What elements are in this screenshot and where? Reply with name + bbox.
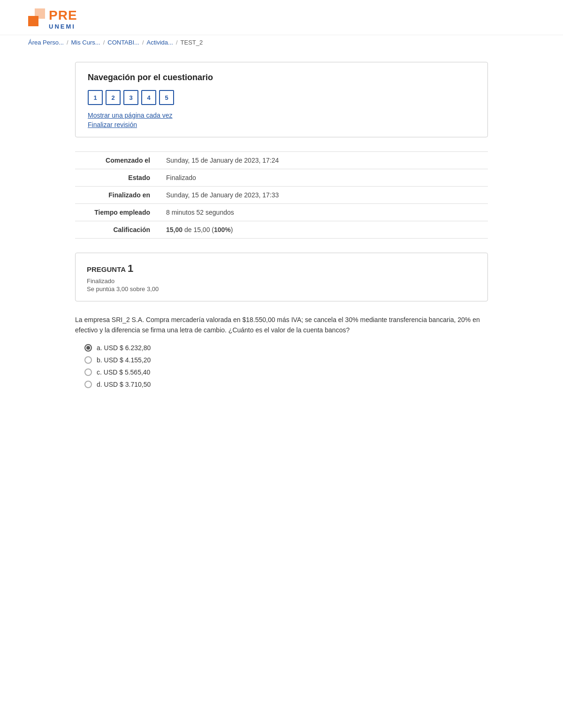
main-content: Navegación por el cuestionario 1 2 3 4 5… (56, 62, 507, 388)
info-row-finished: Finalizado en Sunday, 15 de January de 2… (75, 187, 488, 204)
info-row-grade: Calificación 15,00 de 15,00 (100%) (75, 221, 488, 239)
question-text: La empresa SRI_2 S.A. Compra mercadería … (75, 315, 488, 336)
option-c-label: c. USD $ 5.565,40 (97, 368, 150, 376)
option-b-radio[interactable] (84, 356, 92, 364)
breadcrumb-item-2[interactable]: CONTABI... (107, 39, 139, 46)
grade-of-text: de 15,00 ( (184, 226, 214, 233)
option-a: a. USD $ 6.232,80 (84, 344, 488, 352)
grade-label: Calificación (75, 221, 160, 239)
grade-number: 15,00 (166, 226, 183, 233)
logo: PRE UNEMI (28, 8, 77, 30)
question-number: 1 (128, 263, 133, 274)
svg-rect-1 (35, 8, 45, 19)
question-btn-1[interactable]: 1 (88, 90, 103, 105)
question-score: Se puntúa 3,00 sobre 3,00 (87, 285, 476, 293)
option-d: d. USD $ 3.710,50 (84, 381, 488, 388)
info-row-time: Tiempo empleado 8 minutos 52 segundos (75, 204, 488, 221)
breadcrumb-item-1[interactable]: Mis Curs... (71, 39, 100, 46)
question-btn-4[interactable]: 4 (141, 90, 156, 105)
info-row-started: Comenzado el Sunday, 15 de January de 20… (75, 152, 488, 169)
option-a-radio[interactable] (84, 344, 92, 352)
navigation-box: Navegación por el cuestionario 1 2 3 4 5… (75, 62, 488, 137)
info-row-state: Estado Finalizado (75, 169, 488, 187)
question-label: PREGUNTA (87, 265, 126, 273)
breadcrumb: Área Perso... / Mis Curs... / CONTABI...… (0, 35, 563, 48)
show-one-page-link[interactable]: Mostrar una página cada vez (88, 112, 475, 119)
breadcrumb-item-3[interactable]: Activida... (147, 39, 173, 46)
option-b-label: b. USD $ 4.155,20 (97, 356, 151, 364)
question-btn-3[interactable]: 3 (123, 90, 138, 105)
question-buttons: 1 2 3 4 5 (88, 90, 475, 105)
question-btn-2[interactable]: 2 (106, 90, 121, 105)
option-c-radio[interactable] (84, 368, 92, 376)
nav-links: Mostrar una página cada vez Finalizar re… (88, 112, 475, 128)
options-list: a. USD $ 6.232,80 b. USD $ 4.155,20 c. U… (75, 344, 488, 388)
finish-review-link[interactable]: Finalizar revisión (88, 121, 475, 128)
breadcrumb-item-4: TEST_2 (181, 39, 203, 46)
breadcrumb-sep-1: / (103, 39, 105, 46)
info-table: Comenzado el Sunday, 15 de January de 20… (75, 151, 488, 239)
state-value: Finalizado (160, 169, 488, 187)
state-label: Estado (75, 169, 160, 187)
grade-close: ) (231, 226, 233, 233)
question-status: Finalizado (87, 278, 476, 285)
grade-value: 15,00 de 15,00 (100%) (160, 221, 488, 239)
nav-box-title: Navegación por el cuestionario (88, 73, 475, 83)
finished-value: Sunday, 15 de January de 2023, 17:33 (160, 187, 488, 204)
site-header: PRE UNEMI (0, 0, 563, 35)
grade-pct: 100% (214, 226, 231, 233)
question-btn-5[interactable]: 5 (159, 90, 174, 105)
logo-icon (28, 8, 46, 30)
question-box: PREGUNTA 1 Finalizado Se puntúa 3,00 sob… (75, 253, 488, 301)
question-header: PREGUNTA 1 (87, 263, 476, 275)
breadcrumb-item-0[interactable]: Área Perso... (28, 39, 64, 46)
breadcrumb-sep-0: / (67, 39, 68, 46)
breadcrumb-sep-2: / (142, 39, 144, 46)
time-value: 8 minutos 52 segundos (160, 204, 488, 221)
time-label: Tiempo empleado (75, 204, 160, 221)
option-a-label: a. USD $ 6.232,80 (97, 344, 151, 352)
option-b: b. USD $ 4.155,20 (84, 356, 488, 364)
breadcrumb-sep-3: / (176, 39, 178, 46)
started-label: Comenzado el (75, 152, 160, 169)
option-d-label: d. USD $ 3.710,50 (97, 381, 151, 388)
logo-pre-text: PRE (49, 9, 77, 22)
logo-unemi-text: UNEMI (49, 23, 77, 30)
option-d-radio[interactable] (84, 381, 92, 388)
started-value: Sunday, 15 de January de 2023, 17:24 (160, 152, 488, 169)
option-c: c. USD $ 5.565,40 (84, 368, 488, 376)
finished-label: Finalizado en (75, 187, 160, 204)
